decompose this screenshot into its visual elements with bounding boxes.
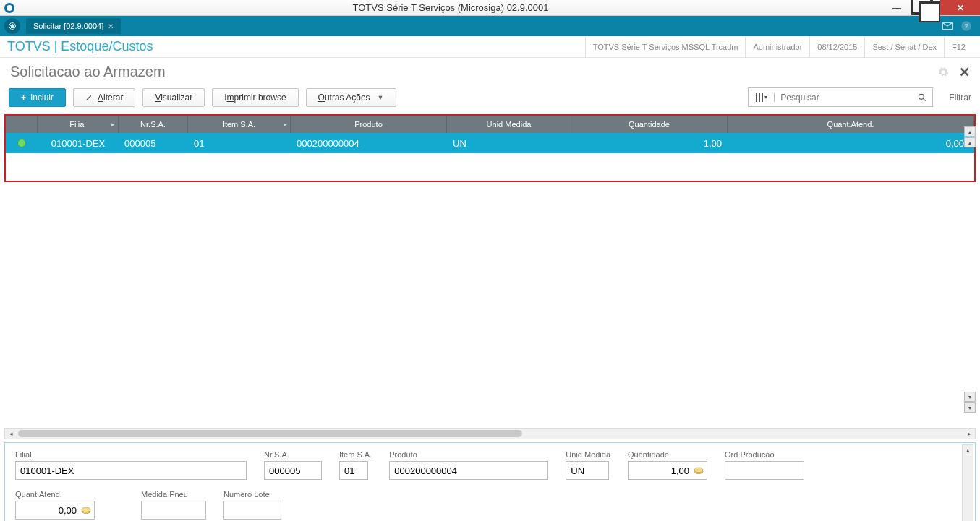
tab-label: Solicitar [02.9.0004] [33, 22, 103, 30]
input-nrsa[interactable] [264, 461, 322, 480]
cell-nrsa: 000005 [119, 133, 188, 153]
lbl-filial: Filial [15, 450, 247, 459]
window-close-button[interactable]: ✕ [940, 0, 980, 15]
visualizar-button[interactable]: Visualizar [142, 88, 205, 107]
col-status[interactable] [6, 116, 38, 133]
svg-point-5 [919, 94, 924, 99]
svg-text:?: ? [964, 22, 968, 30]
svg-rect-1 [920, 2, 940, 22]
lbl-qatend: Quant.Atend. [15, 490, 95, 499]
status-dot-icon [17, 139, 26, 147]
breadcrumb-bar: TOTVS | Estoque/Custos TOTVS Série T Ser… [0, 36, 980, 58]
col-itemsa[interactable]: Item S.A.▸ [188, 116, 291, 133]
window-maximize-button[interactable] [911, 0, 940, 15]
input-ordprod[interactable] [725, 461, 804, 480]
grid-right-arrows: ▴ ▴ ▾ ▾ [964, 126, 976, 413]
scroll-bottom-icon[interactable]: ▾ [964, 402, 976, 413]
grid-horizontal-scrollbar[interactable]: ◂ ▸ [4, 428, 976, 439]
outras-acoes-button[interactable]: Outras Ações▼ [306, 88, 396, 107]
col-filial[interactable]: Filial▸ [38, 116, 119, 133]
app-tabbar: Solicitar [02.9.0004] ✕ ? [0, 16, 980, 36]
lbl-unid: Unid Medida [566, 450, 610, 459]
lbl-medpneu: Medida Pneu [141, 490, 206, 499]
meta-org: Sest / Senat / Dex [864, 36, 944, 57]
scroll-up-icon[interactable]: ▴ [964, 137, 976, 147]
window-minimize-button[interactable]: — [882, 0, 911, 15]
svg-point-9 [82, 507, 90, 512]
scroll-right-icon[interactable]: ▸ [963, 429, 975, 439]
input-numlote[interactable] [223, 501, 281, 520]
cell-produto: 000200000004 [291, 133, 447, 153]
view-columns-button[interactable]: ▾ [749, 93, 775, 102]
col-produto[interactable]: Produto [291, 116, 447, 133]
filtrar-link[interactable]: Filtrar [949, 92, 971, 103]
col-unid[interactable]: Unid Medida [447, 116, 571, 133]
page-title: Solicitacao ao Armazem [10, 64, 166, 80]
tab-solicitar[interactable]: Solicitar [02.9.0004] ✕ [26, 18, 121, 34]
col-nrsa[interactable]: Nr.S.A. [119, 116, 188, 133]
grid-header: Filial▸ Nr.S.A. Item S.A.▸ Produto Unid … [6, 116, 974, 133]
detail-vertical-scrollbar[interactable]: ▴ ▾ [962, 444, 973, 521]
table-row[interactable]: 010001-DEX 000005 01 000200000004 UN 1,0… [6, 133, 974, 153]
input-produto[interactable] [389, 461, 548, 480]
imprimir-button[interactable]: Imprimir browse [212, 88, 298, 107]
search-icon[interactable] [912, 92, 932, 103]
cell-qatend: 0,00 [728, 133, 974, 153]
calc-icon[interactable] [80, 504, 92, 516]
lbl-itemsa: Item S.A. [339, 450, 372, 459]
cell-itemsa: 01 [188, 133, 291, 153]
cell-unid: UN [447, 133, 571, 153]
meta-date: 08/12/2015 [809, 36, 864, 57]
scroll-down-icon[interactable]: ▾ [964, 392, 976, 402]
input-itemsa[interactable] [339, 461, 368, 480]
scrollbar-thumb[interactable] [18, 430, 522, 437]
meta-fkey[interactable]: F12 [944, 36, 973, 57]
input-medpneu[interactable] [141, 501, 206, 520]
input-unid[interactable] [566, 461, 609, 480]
search-group: ▾ [748, 87, 933, 107]
tab-close-icon[interactable]: ✕ [108, 22, 114, 30]
lbl-numlote: Numero Lote [223, 490, 281, 499]
scroll-top-icon[interactable]: ▴ [964, 126, 976, 137]
col-qtd[interactable]: Quantidade [571, 116, 728, 133]
svg-point-7 [694, 468, 703, 473]
app-icon [4, 3, 14, 13]
lbl-qtd: Quantidade [628, 450, 707, 459]
detail-panel: Filial Nr.S.A. Item S.A. Produto Unid Me… [4, 442, 976, 521]
mail-icon[interactable] [938, 20, 957, 32]
toolbar: +Incluir Alterar Visualizar Imprimir bro… [0, 83, 980, 114]
search-input[interactable] [775, 92, 912, 103]
cell-filial: 010001-DEX [38, 133, 119, 153]
help-icon[interactable]: ? [957, 20, 976, 32]
incluir-button[interactable]: +Incluir [9, 88, 66, 107]
page-close-button[interactable]: ✕ [959, 64, 970, 80]
scroll-left-icon[interactable]: ◂ [5, 429, 17, 439]
lbl-produto: Produto [389, 450, 548, 459]
home-button[interactable] [4, 18, 20, 34]
grid: Filial▸ Nr.S.A. Item S.A.▸ Produto Unid … [4, 114, 976, 182]
meta-env: TOTVS Série T Serviços MSSQL Trcadm [585, 36, 746, 57]
calc-icon[interactable] [693, 465, 704, 476]
input-filial[interactable] [15, 461, 247, 480]
window-title: TOTVS Série T Serviços (Microsiga) 02.9.… [19, 2, 882, 13]
window-titlebar: TOTVS Série T Serviços (Microsiga) 02.9.… [0, 0, 980, 16]
lbl-nrsa: Nr.S.A. [264, 450, 322, 459]
lbl-ordprod: Ord Producao [725, 450, 804, 459]
gear-icon[interactable] [937, 66, 949, 78]
scroll-up-icon[interactable]: ▴ [963, 445, 973, 455]
alterar-button[interactable]: Alterar [73, 88, 135, 107]
meta-user: Administrador [745, 36, 809, 57]
breadcrumb: TOTVS | Estoque/Custos [7, 39, 153, 54]
col-qatend[interactable]: Quant.Atend. [728, 116, 974, 133]
cell-qtd: 1,00 [571, 133, 728, 153]
